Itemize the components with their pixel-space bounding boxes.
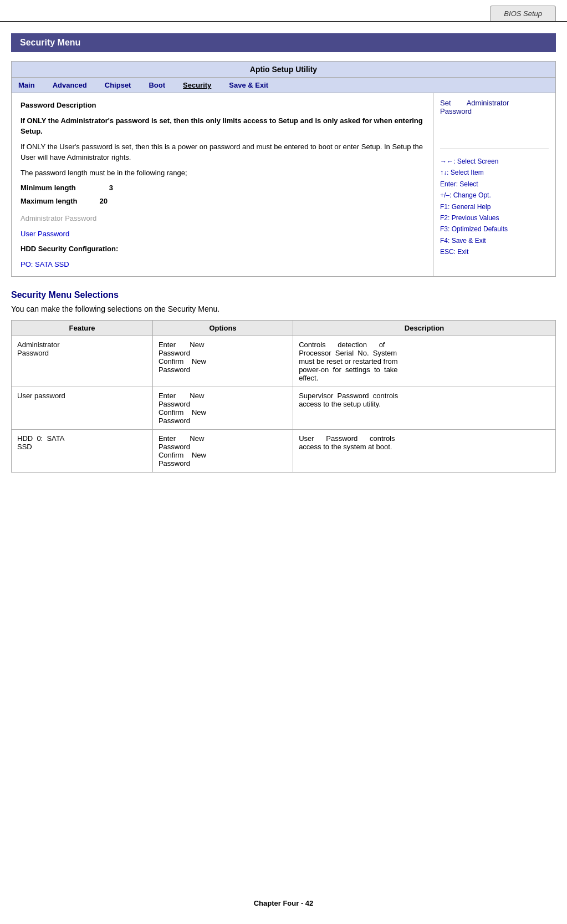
nav-boot[interactable]: Boot [146,80,167,90]
options-cell-2: Enter New Password Confirm New Password [152,430,293,473]
max-label: Maximum length [21,196,78,207]
min-label: Minimum length [21,182,76,194]
table-row: HDD 0: SATASSD Enter New Password Confir… [12,430,556,473]
selections-section: Security Menu Selections You can make th… [11,290,556,473]
hdd-device[interactable]: PO: SATA SSD [21,259,424,270]
feature-cell-1: User password [12,387,153,430]
table-row: AdministratorPassword Enter New Password… [12,336,556,387]
col-description: Description [293,321,556,336]
shortcuts-area: →←: Select Screen ↑↓: Select Item Enter:… [440,156,549,258]
shortcut-2: Enter: Select [440,179,549,190]
options-cell-0: Enter New Password Confirm New Password [152,336,293,387]
page-footer: Chapter Four - 42 [0,899,567,907]
admin-pw[interactable]: Administrator Password [21,213,424,224]
options-cell-1: Enter New Password Confirm New Password [152,387,293,430]
bios-utility-wrapper: Aptio Setup Utility Main Advanced Chipse… [11,61,556,277]
max-value: 20 [100,196,108,207]
nav-main[interactable]: Main [16,80,37,90]
set-password-area[interactable]: Set Administrator Password [440,99,549,149]
nav-chipset[interactable]: Chipset [103,80,134,90]
pw-label: Password [440,107,472,115]
hdd-config: HDD Security Configuration: [21,243,424,255]
selections-intro: You can make the following selections on… [11,304,556,313]
table-row: User password Enter New Password Confirm… [12,387,556,430]
bios-side-panel: Set Administrator Password →←: Select Sc… [433,93,555,276]
bios-main-panel: Password Description If ONLY the Adminis… [12,93,433,276]
nav-security[interactable]: Security [181,80,213,90]
feature-cell-2: HDD 0: SATASSD [12,430,153,473]
admin-label: Administrator [467,99,509,107]
shortcut-4: F1: General Help [440,201,549,212]
pw-desc-title: Password Description [21,100,424,111]
feature-cell-0: AdministratorPassword [12,336,153,387]
shortcut-6: F3: Optimized Defaults [440,224,549,235]
set-label: Set [440,99,451,107]
desc-cell-0: Controls detection of Processor Serial N… [293,336,556,387]
nav-save-exit[interactable]: Save & Exit [227,80,270,90]
section-title: Security Menu [11,33,556,52]
desc-cell-2: User Password controls access to the sys… [293,430,556,473]
col-options: Options [152,321,293,336]
bios-content: Password Description If ONLY the Adminis… [12,93,555,276]
shortcut-7: F4: Save & Exit [440,235,549,246]
bios-nav: Main Advanced Chipset Boot Security Save… [12,78,555,93]
shortcut-5: F2: Previous Values [440,212,549,224]
shortcut-8: ESC: Exit [440,246,549,257]
min-value: 3 [109,182,113,194]
paragraph3: The password length must be in the follo… [21,167,424,179]
shortcut-1: ↑↓: Select Item [440,167,549,178]
col-feature: Feature [12,321,153,336]
shortcut-0: →←: Select Screen [440,156,549,167]
paragraph1: If ONLY the Administrator's password is … [21,115,424,137]
shortcut-3: +/–: Change Opt. [440,190,549,201]
paragraph2: If ONLY the User's password is set, then… [21,141,424,163]
nav-advanced[interactable]: Advanced [50,80,89,90]
utility-header: Aptio Setup Utility [12,62,555,78]
user-pw[interactable]: User Password [21,229,424,240]
selections-title: Security Menu Selections [11,290,556,300]
desc-cell-1: Supervisor Password controls access to t… [293,387,556,430]
selections-table: Feature Options Description Administrato… [11,320,556,473]
bios-tab-container: BIOS Setup [0,0,567,22]
bios-setup-tab: BIOS Setup [490,6,556,21]
